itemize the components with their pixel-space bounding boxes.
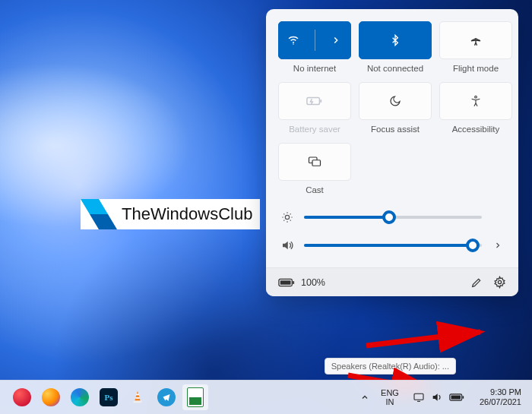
libreoffice-calc-icon[interactable]: [182, 384, 208, 410]
photoshop-icon[interactable]: Ps: [96, 384, 122, 410]
volume-icon: [280, 239, 295, 252]
battery-saver-icon: [306, 96, 323, 106]
volume-output-chevron[interactable]: [491, 241, 505, 250]
bluetooth-icon: [389, 34, 401, 46]
quick-settings-footer: 100%: [266, 267, 518, 296]
svg-point-2: [293, 43, 295, 45]
svg-rect-21: [462, 396, 464, 398]
quick-tiles-row-3: Cast: [278, 143, 506, 194]
battery-saver-label: Battery saver: [289, 125, 340, 134]
volume-slider[interactable]: [304, 244, 482, 247]
wifi-tile[interactable]: [278, 21, 351, 59]
battery-tray-icon: [449, 393, 464, 402]
clock[interactable]: 9:30 PM 26/07/2021: [475, 387, 526, 407]
watermark-text: TheWindowsClub: [117, 204, 252, 224]
volume-tray-icon: [431, 391, 443, 403]
clock-date: 26/07/2021: [480, 397, 521, 407]
svg-rect-15: [134, 401, 142, 403]
tray-overflow-button[interactable]: [356, 393, 373, 402]
battery-percent: 100%: [301, 277, 325, 288]
system-tray-group[interactable]: [407, 391, 470, 403]
wifi-toggle[interactable]: [279, 22, 309, 58]
lang-top: ENG: [381, 388, 399, 397]
watermark: TheWindowsClub: [81, 199, 260, 229]
svg-rect-11: [293, 281, 294, 284]
language-indicator[interactable]: ENG IN: [378, 388, 402, 406]
svg-marker-0: [81, 199, 108, 214]
flight-mode-tile[interactable]: [439, 21, 512, 59]
wifi-label: No internet: [293, 64, 336, 73]
watermark-logo: [81, 199, 117, 229]
edit-button[interactable]: [470, 277, 483, 289]
opera-icon[interactable]: [9, 384, 35, 410]
cast-icon: [308, 156, 321, 168]
brightness-slider[interactable]: [304, 216, 482, 219]
svg-point-12: [498, 280, 501, 283]
focus-assist-label: Focus assist: [371, 125, 420, 134]
network-tray-icon: [413, 392, 425, 403]
svg-rect-20: [451, 396, 461, 400]
battery-status[interactable]: 100%: [278, 277, 325, 288]
quick-tiles-row-1: No internet Not connected Flight mode: [278, 21, 506, 73]
quick-tiles-row-2: Battery saver Focus assist Accessibility: [278, 82, 506, 134]
svg-rect-18: [414, 393, 423, 400]
accessibility-tile[interactable]: [439, 82, 512, 120]
vlc-icon[interactable]: [125, 384, 150, 410]
wifi-expand[interactable]: [321, 22, 351, 58]
svg-rect-10: [280, 280, 291, 285]
flight-mode-label: Flight mode: [453, 64, 499, 73]
svg-marker-1: [90, 214, 117, 229]
svg-rect-17: [135, 397, 140, 399]
accessibility-label: Accessibility: [452, 125, 500, 134]
wifi-icon: [287, 33, 300, 47]
bluetooth-tile[interactable]: [359, 21, 432, 59]
battery-icon: [278, 278, 295, 287]
edge-icon[interactable]: [67, 384, 93, 410]
clock-time: 9:30 PM: [480, 387, 521, 397]
airplane-icon: [469, 33, 483, 47]
accessibility-icon: [470, 95, 482, 107]
taskbar-system-tray: ENG IN 9:30 PM 26/07/2021: [356, 387, 526, 407]
svg-rect-7: [312, 160, 321, 166]
taskbar: Ps ENG IN 9:30 PM 26/07/2021: [0, 380, 532, 414]
svg-point-8: [285, 215, 289, 219]
focus-assist-tile[interactable]: [359, 82, 432, 120]
brightness-slider-row: [278, 208, 506, 226]
volume-slider-row: [278, 235, 506, 255]
brightness-icon: [280, 211, 295, 223]
svg-point-5: [475, 96, 477, 98]
settings-button[interactable]: [493, 276, 506, 289]
chevron-right-icon: [331, 35, 341, 46]
annotation-arrow-top: [366, 323, 496, 356]
taskbar-pinned-apps: Ps: [6, 384, 208, 410]
moon-icon: [389, 95, 401, 107]
svg-rect-16: [136, 393, 139, 395]
firefox-icon[interactable]: [38, 384, 64, 410]
cast-label: Cast: [306, 185, 324, 194]
svg-rect-3: [307, 97, 320, 104]
svg-line-13: [366, 332, 480, 346]
svg-rect-4: [320, 100, 321, 103]
quick-settings-panel: No internet Not connected Flight mode: [266, 9, 518, 296]
lang-bottom: IN: [381, 397, 399, 406]
battery-saver-tile[interactable]: [278, 82, 351, 120]
cast-tile[interactable]: [278, 143, 351, 181]
telegram-icon[interactable]: [154, 384, 179, 410]
bluetooth-label: Not connected: [367, 64, 423, 73]
